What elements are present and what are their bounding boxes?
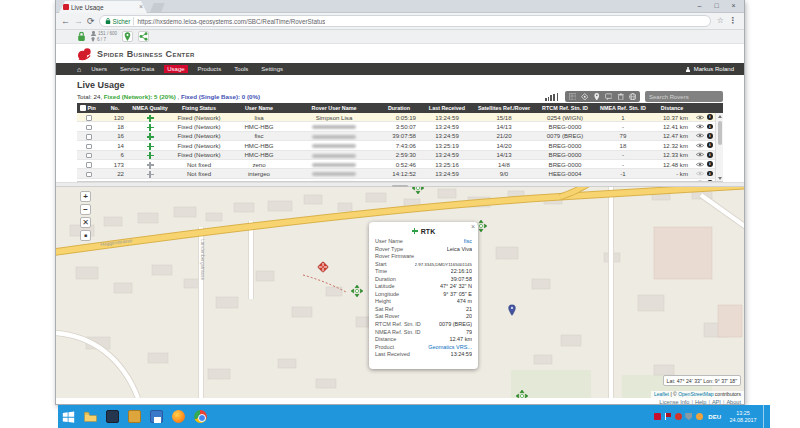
table-row[interactable]: 22Not fixedintergeo14:12:5213:24:599/0HE…	[77, 169, 723, 178]
table-scrollbar[interactable]	[715, 113, 723, 181]
row-checkbox[interactable]	[86, 134, 92, 140]
tab-close-icon[interactable]: ×	[139, 4, 143, 10]
fullscreen-button[interactable]: ✕	[80, 217, 91, 228]
firefox-icon[interactable]	[171, 409, 186, 424]
header-checkbox[interactable]	[80, 105, 86, 111]
popup-close-icon[interactable]: ×	[471, 223, 475, 230]
view-icon[interactable]	[696, 124, 704, 129]
account-menu[interactable]: Markus Roland	[686, 66, 734, 72]
app-save-icon[interactable]	[149, 409, 164, 424]
info-icon[interactable]: i	[707, 152, 713, 158]
green-cross-marker[interactable]	[516, 390, 528, 398]
popup-row-link[interactable]: fisc	[464, 238, 472, 246]
chrome-icon[interactable]	[193, 409, 208, 424]
table-row[interactable]: 18Fixed (Network)HMC-HBG3:50:0713:24:591…	[77, 122, 723, 131]
red-badge-icon[interactable]	[675, 413, 682, 420]
trash-icon[interactable]	[617, 93, 625, 101]
row-checkbox[interactable]	[86, 144, 92, 150]
table-row[interactable]: 173Not fixedzeno0:52:4613:25:1614/8BREG-…	[77, 160, 723, 169]
orange-dot-icon[interactable]	[696, 413, 703, 420]
column-header-8[interactable]: Satellites Ref./Rover	[473, 105, 535, 111]
network-view-button[interactable]	[138, 31, 149, 42]
browser-menu-icon[interactable]: ⋮	[729, 17, 737, 25]
column-header-3[interactable]: Fixing Status	[171, 105, 227, 111]
target-icon[interactable]	[581, 93, 589, 101]
taskbar-clock[interactable]: 13:25 24.08.2017	[727, 410, 760, 423]
back-icon[interactable]: ←	[61, 17, 70, 26]
view-icon[interactable]	[696, 171, 704, 176]
view-icon[interactable]	[696, 143, 704, 148]
scroll-down-icon[interactable]	[718, 177, 722, 180]
nav-item-products[interactable]: Products	[195, 65, 225, 73]
language-indicator[interactable]: DEU	[706, 414, 723, 420]
column-header-0[interactable]: Pin	[77, 105, 101, 111]
chat-icon[interactable]	[605, 93, 613, 101]
view-icon[interactable]	[696, 115, 704, 120]
address-bar[interactable]: Sicher https://hxsdemo.leica-geosystems.…	[99, 15, 711, 27]
column-header-1[interactable]: No.	[101, 105, 129, 111]
scroll-up-icon[interactable]	[718, 115, 722, 118]
red-app-icon[interactable]	[654, 413, 661, 420]
table-row[interactable]: 120Fixed (Network)lisaSimpson Lisa0:05:1…	[77, 113, 723, 122]
pin-icon[interactable]	[593, 93, 601, 101]
footer-link-api[interactable]: API	[712, 399, 721, 405]
column-header-4[interactable]: User Name	[227, 105, 291, 111]
browser-tab[interactable]: Live Usage ×	[59, 1, 147, 13]
column-header-5[interactable]: Rover User Name	[291, 105, 377, 111]
info-icon[interactable]: i	[707, 142, 713, 148]
zoom-in-button[interactable]: +	[80, 191, 91, 202]
row-checkbox[interactable]	[86, 115, 92, 121]
signal-bars-icon[interactable]	[545, 93, 557, 101]
row-checkbox[interactable]	[86, 162, 92, 168]
nav-item-settings[interactable]: Settings	[258, 65, 286, 73]
table-row[interactable]: 14Fixed (Network)HMC-HBG7:43:0613:25:191…	[77, 141, 723, 150]
green-cross-marker[interactable]	[351, 285, 363, 297]
shield-icon[interactable]	[685, 413, 692, 420]
info-icon[interactable]: i	[707, 124, 713, 130]
new-tab-button[interactable]	[150, 3, 165, 12]
view-icon[interactable]	[696, 152, 704, 157]
nav-item-service-data[interactable]: Service Data	[117, 65, 157, 73]
map-view-button[interactable]	[122, 31, 133, 42]
reload-icon[interactable]: ⟳	[87, 17, 95, 26]
column-header-2[interactable]: NMEA Quality	[129, 105, 171, 111]
bookmark-star-icon[interactable]: ☆	[717, 17, 724, 25]
footer-link-about[interactable]: About	[726, 399, 741, 405]
minimize-icon[interactable]: –	[692, 0, 707, 11]
globe-icon[interactable]	[629, 93, 637, 101]
home-icon[interactable]: ⌂	[77, 66, 81, 73]
row-checkbox[interactable]	[86, 172, 92, 178]
info-icon[interactable]: i	[707, 161, 713, 167]
green-cross-marker[interactable]	[412, 187, 424, 194]
search-input[interactable]	[645, 91, 723, 102]
app-folder-icon[interactable]	[127, 409, 142, 424]
show-desktop-button[interactable]	[763, 405, 767, 428]
column-header-7[interactable]: Last Received	[421, 105, 473, 111]
start-icon[interactable]	[61, 409, 76, 424]
flag-icon[interactable]	[664, 413, 671, 420]
info-icon[interactable]: i	[707, 114, 713, 120]
maximize-icon[interactable]: □	[709, 0, 724, 11]
view-icon[interactable]	[696, 162, 704, 167]
info-icon[interactable]: i	[707, 171, 713, 177]
red-cross-marker[interactable]	[318, 262, 329, 273]
column-header-9[interactable]: RTCM Ref. Stn. ID	[535, 105, 595, 111]
nav-item-tools[interactable]: Tools	[231, 65, 251, 73]
stop-button[interactable]: ■	[80, 230, 91, 241]
file-explorer-icon[interactable]	[83, 409, 98, 424]
scrollbar-thumb[interactable]	[718, 121, 722, 145]
map[interactable]: Haggenstrasse Landenbergstrasse +−✕■ × R…	[56, 187, 744, 398]
column-header-6[interactable]: Duration	[377, 105, 421, 111]
close-icon[interactable]: ×	[726, 0, 741, 11]
osm-link[interactable]: OpenStreetMap	[678, 391, 713, 397]
table-row[interactable]: 6Fixed (Network)HMC-HBG2:59:3013:24:5914…	[77, 151, 723, 160]
column-header-10[interactable]: NMEA Ref. Stn. ID	[595, 105, 651, 111]
zoom-out-button[interactable]: −	[80, 204, 91, 215]
grid-icon[interactable]	[569, 93, 577, 101]
blue-pin-marker[interactable]	[508, 305, 516, 316]
nav-item-users[interactable]: Users	[88, 65, 110, 73]
column-header-11[interactable]: Distance	[651, 105, 693, 111]
popup-row-link[interactable]: Geomatics VRS...	[428, 344, 472, 352]
forward-icon[interactable]: →	[74, 17, 83, 26]
nav-item-usage[interactable]: Usage	[164, 65, 187, 73]
